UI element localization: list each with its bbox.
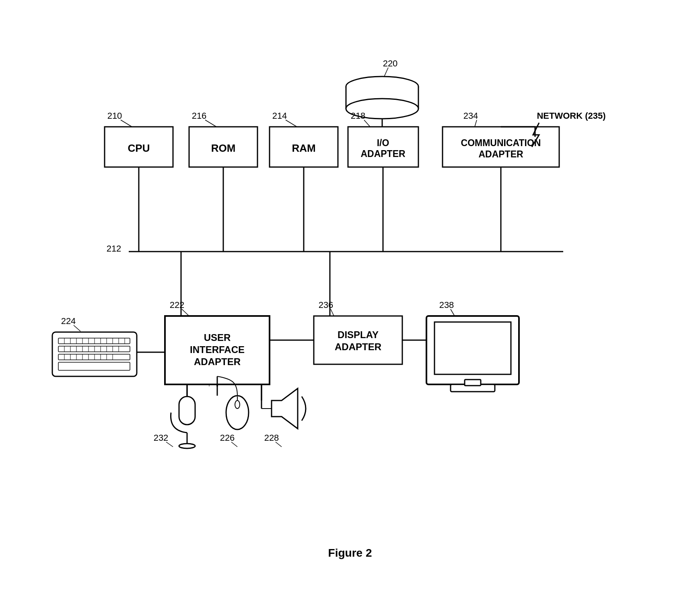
svg-text:I/O: I/O (377, 138, 389, 148)
svg-rect-98 (465, 380, 481, 386)
svg-text:NETWORK (235): NETWORK (235) (537, 111, 605, 121)
svg-line-27 (364, 120, 370, 127)
svg-text:ROM: ROM (211, 142, 236, 154)
svg-text:ADAPTER: ADAPTER (360, 149, 406, 159)
svg-text:222: 222 (170, 300, 185, 310)
svg-text:220: 220 (383, 58, 398, 68)
svg-text:COMMUNICATION: COMMUNICATION (461, 138, 541, 148)
svg-text:DISPLAY: DISPLAY (338, 329, 379, 340)
svg-line-9 (205, 120, 216, 127)
svg-text:ADAPTER: ADAPTER (194, 356, 241, 367)
svg-text:224: 224 (61, 316, 76, 326)
svg-text:RAM: RAM (292, 142, 315, 154)
svg-point-112 (235, 401, 240, 409)
svg-text:216: 216 (192, 111, 207, 121)
svg-text:232: 232 (154, 433, 169, 443)
svg-line-84 (182, 309, 189, 316)
svg-rect-86 (314, 316, 402, 364)
svg-line-14 (286, 120, 297, 127)
svg-line-94 (451, 309, 455, 316)
svg-rect-96 (434, 322, 511, 374)
svg-text:238: 238 (439, 300, 454, 310)
svg-line-90 (331, 309, 334, 316)
svg-line-4 (121, 120, 132, 127)
svg-text:236: 236 (319, 300, 334, 310)
svg-line-101 (166, 442, 173, 447)
svg-text:ADAPTER: ADAPTER (478, 149, 523, 159)
svg-line-34 (475, 120, 477, 127)
svg-text:212: 212 (107, 244, 121, 254)
figure-caption: Figure 2 (328, 547, 372, 560)
svg-rect-102 (179, 396, 195, 425)
svg-text:CPU: CPU (128, 142, 150, 154)
svg-text:USER: USER (204, 332, 231, 343)
svg-point-104 (179, 444, 195, 448)
svg-text:226: 226 (220, 433, 235, 443)
svg-text:234: 234 (463, 111, 478, 121)
diagram-container: CPU 210 ROM 216 RAM 214 220 I/O AD (40, 24, 660, 568)
svg-text:228: 228 (264, 433, 279, 443)
svg-text:214: 214 (272, 111, 287, 121)
svg-text:218: 218 (351, 111, 366, 121)
svg-text:INTERFACE: INTERFACE (190, 344, 245, 355)
svg-line-22 (384, 68, 388, 76)
svg-text:210: 210 (107, 111, 122, 121)
svg-line-42 (74, 325, 80, 331)
diagram-svg: CPU 210 ROM 216 RAM 214 220 I/O AD (40, 24, 660, 568)
svg-text:ADAPTER: ADAPTER (335, 341, 381, 352)
svg-marker-116 (272, 388, 298, 429)
